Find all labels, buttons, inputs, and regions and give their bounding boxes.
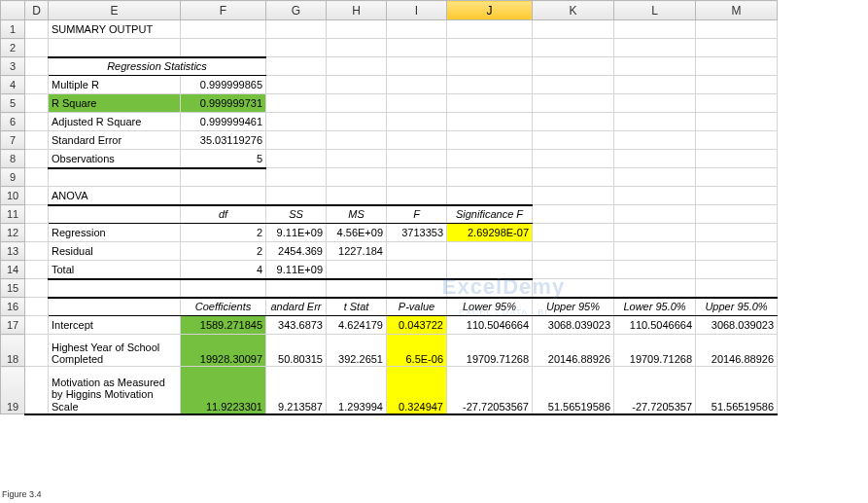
coef-h-6[interactable]: Lower 95.0%	[614, 298, 696, 316]
anova-h-ss[interactable]: SS	[266, 205, 327, 224]
stderr-label[interactable]: Standard Error	[49, 131, 181, 150]
anova-h-f[interactable]: F	[387, 205, 447, 224]
row-12[interactable]: 12	[1, 224, 25, 242]
row-19[interactable]: 19	[1, 367, 25, 414]
coef-h-1[interactable]: andard Err	[266, 298, 327, 316]
corner[interactable]	[1, 1, 25, 20]
intercept-label[interactable]: Intercept	[49, 316, 181, 335]
motivation-label[interactable]: Motivation as Measured by Higgins Motiva…	[49, 367, 181, 414]
row-11[interactable]: 11	[1, 205, 25, 224]
col-F[interactable]: F	[181, 1, 266, 20]
anova-reg-label[interactable]: Regression	[49, 224, 181, 242]
col-K[interactable]: K	[533, 1, 614, 20]
coef-h-4[interactable]: Lower 95%	[447, 298, 533, 316]
col-L[interactable]: L	[614, 1, 696, 20]
row-4[interactable]: 4	[1, 76, 25, 94]
row-10[interactable]: 10	[1, 187, 25, 205]
adj-r-val[interactable]: 0.999999461	[181, 113, 266, 131]
row-6[interactable]: 6	[1, 113, 25, 131]
coef-h-7[interactable]: Upper 95.0%	[696, 298, 778, 316]
r-square-label[interactable]: R Square	[49, 94, 181, 113]
row-7[interactable]: 7	[1, 131, 25, 150]
row-13[interactable]: 13	[1, 242, 25, 261]
row-1[interactable]: 1	[1, 20, 25, 39]
col-G[interactable]: G	[266, 1, 327, 20]
multiple-r-val[interactable]: 0.999999865	[181, 76, 266, 94]
anova-sig-f[interactable]: 2.69298E-07	[447, 224, 533, 242]
summary-title[interactable]: SUMMARY OUTPUT	[49, 20, 181, 39]
col-I[interactable]: I	[387, 1, 447, 20]
row-16[interactable]: 16	[1, 298, 25, 316]
col-M[interactable]: M	[696, 1, 778, 20]
row-9[interactable]: 9	[1, 168, 25, 187]
figure-caption: Figure 3.4	[2, 489, 42, 499]
anova-h-ms[interactable]: MS	[327, 205, 387, 224]
adj-r-label[interactable]: Adjusted R Square	[49, 113, 181, 131]
school-label[interactable]: Highest Year of School Completed	[49, 335, 181, 367]
anova-tot-label[interactable]: Total	[49, 261, 181, 279]
col-J[interactable]: J	[447, 1, 533, 20]
row-3[interactable]: 3	[1, 57, 25, 76]
anova-h-df[interactable]: df	[181, 205, 266, 224]
anova-h-sig[interactable]: Significance F	[447, 205, 533, 224]
row-18[interactable]: 18	[1, 335, 25, 367]
row-17[interactable]: 17	[1, 316, 25, 335]
spreadsheet-grid[interactable]: D E F G H I J K L M 1SUMMARY OUTPUT 2 3R…	[0, 0, 868, 415]
row-8[interactable]: 8	[1, 150, 25, 168]
row-5[interactable]: 5	[1, 94, 25, 113]
coef-h-5[interactable]: Upper 95%	[533, 298, 614, 316]
col-headers[interactable]: D E F G H I J K L M	[1, 1, 869, 20]
coef-h-3[interactable]: P-value	[387, 298, 447, 316]
obs-label[interactable]: Observations	[49, 150, 181, 168]
col-H[interactable]: H	[327, 1, 387, 20]
anova-title[interactable]: ANOVA	[49, 187, 181, 205]
coef-h-2[interactable]: t Stat	[327, 298, 387, 316]
reg-stats-header[interactable]: Regression Statistics	[49, 57, 266, 76]
r-square-val[interactable]: 0.999999731	[181, 94, 266, 113]
col-E[interactable]: E	[49, 1, 181, 20]
row-14[interactable]: 14	[1, 261, 25, 279]
col-D[interactable]: D	[25, 1, 49, 20]
anova-res-label[interactable]: Residual	[49, 242, 181, 261]
row-15[interactable]: 15	[1, 279, 25, 298]
row-2[interactable]: 2	[1, 39, 25, 57]
obs-val[interactable]: 5	[181, 150, 266, 168]
stderr-val[interactable]: 35.03119276	[181, 131, 266, 150]
multiple-r-label[interactable]: Multiple R	[49, 76, 181, 94]
coef-h-0[interactable]: Coefficients	[181, 298, 266, 316]
